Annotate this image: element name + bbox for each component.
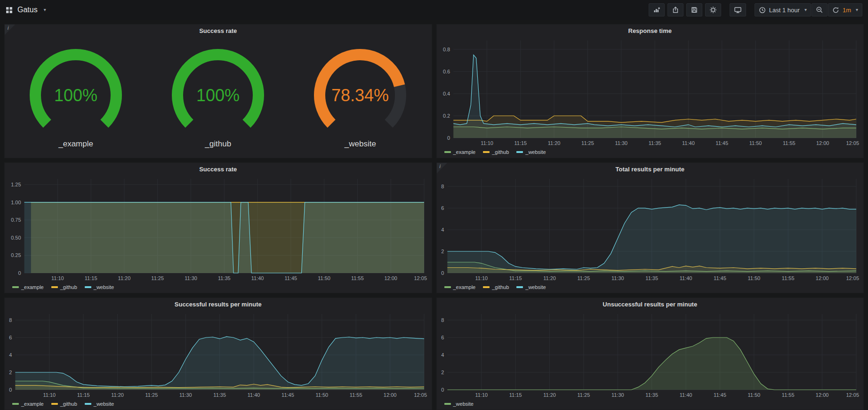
svg-text:11:15: 11:15 xyxy=(77,392,90,398)
panel-title[interactable]: Response time xyxy=(437,24,864,37)
svg-text:11:50: 11:50 xyxy=(747,392,760,398)
svg-text:11:40: 11:40 xyxy=(248,392,260,398)
gauge-arc: 100% xyxy=(152,46,284,138)
dashboard-title-button[interactable]: Gatus ▾ xyxy=(6,6,46,14)
svg-text:11:10: 11:10 xyxy=(43,392,56,398)
svg-text:11:40: 11:40 xyxy=(682,140,695,146)
svg-text:11:30: 11:30 xyxy=(615,140,627,146)
panel-title[interactable]: Successful results per minute xyxy=(5,298,432,310)
svg-text:11:35: 11:35 xyxy=(645,392,658,398)
legend-item-website[interactable]: _website xyxy=(85,401,114,407)
svg-text:0.75: 0.75 xyxy=(11,217,21,223)
svg-text:11:50: 11:50 xyxy=(747,275,760,281)
svg-text:0.8: 0.8 xyxy=(442,47,450,52)
svg-text:11:30: 11:30 xyxy=(611,392,624,398)
legend-item-github[interactable]: _github xyxy=(51,284,77,290)
svg-text:12:05: 12:05 xyxy=(414,275,427,281)
svg-text:12:05: 12:05 xyxy=(846,140,859,146)
svg-text:11:45: 11:45 xyxy=(714,275,726,281)
svg-text:11:55: 11:55 xyxy=(781,392,794,398)
chevron-down-icon: ▾ xyxy=(44,8,46,12)
legend-item-example[interactable]: _example xyxy=(12,284,44,290)
svg-text:11:25: 11:25 xyxy=(577,275,590,281)
legend-label: _example xyxy=(21,401,44,407)
legend-swatch xyxy=(85,403,91,405)
legend-label: _website xyxy=(94,401,114,407)
zoom-out-icon xyxy=(816,6,823,14)
share-button[interactable] xyxy=(667,3,683,16)
share-icon xyxy=(672,6,679,14)
svg-text:11:10: 11:10 xyxy=(51,275,64,281)
panel-title[interactable]: Success rate xyxy=(5,163,432,175)
add-panel-button[interactable] xyxy=(649,3,665,16)
panel-title[interactable]: Success rate xyxy=(5,24,432,37)
legend-item-github[interactable]: _github xyxy=(483,284,509,290)
save-button[interactable] xyxy=(686,3,702,16)
svg-text:11:30: 11:30 xyxy=(185,275,197,281)
panel-info-corner[interactable] xyxy=(437,163,447,173)
legend-item-example[interactable]: _example xyxy=(444,149,476,155)
chart-legend: _website xyxy=(439,399,860,409)
gauge-value: 100% xyxy=(196,86,240,105)
panel-successful-results: Successful results per minute 0246811:10… xyxy=(4,297,432,410)
svg-text:11:25: 11:25 xyxy=(151,275,164,281)
panel-title[interactable]: Unsuccessful results per minute xyxy=(437,298,864,310)
svg-text:11:15: 11:15 xyxy=(509,392,522,398)
legend-label: _example xyxy=(453,284,476,290)
legend-swatch xyxy=(444,286,451,288)
svg-text:0.50: 0.50 xyxy=(11,235,21,241)
svg-text:0: 0 xyxy=(441,270,444,276)
unsuccessful-results-chart[interactable]: 0246811:1011:1511:2011:2511:3011:3511:40… xyxy=(439,310,860,399)
svg-text:11:50: 11:50 xyxy=(749,140,762,146)
navbar-actions: Last 1 hour ▾ 1m ▾ xyxy=(649,3,862,16)
svg-text:11:45: 11:45 xyxy=(285,275,297,281)
svg-text:11:55: 11:55 xyxy=(783,140,796,146)
legend-item-website[interactable]: _website xyxy=(516,284,546,290)
svg-text:11:35: 11:35 xyxy=(218,275,231,281)
legend-item-website[interactable]: _website xyxy=(85,284,114,290)
legend-label: _example xyxy=(21,284,44,290)
svg-text:11:40: 11:40 xyxy=(679,275,692,281)
svg-text:11:15: 11:15 xyxy=(85,275,97,281)
svg-text:0: 0 xyxy=(18,270,21,276)
chart-legend: _example_github_website xyxy=(439,282,860,292)
tv-mode-icon xyxy=(734,6,742,14)
legend-item-github[interactable]: _github xyxy=(483,149,509,155)
time-range-label: Last 1 hour xyxy=(769,7,800,14)
legend-label: _website xyxy=(453,401,474,407)
legend-swatch xyxy=(51,286,58,288)
legend-swatch xyxy=(483,286,490,288)
svg-text:2: 2 xyxy=(9,370,12,375)
svg-text:11:45: 11:45 xyxy=(714,392,726,398)
refresh-picker[interactable]: 1m ▾ xyxy=(828,3,862,16)
successful-results-chart[interactable]: 0246811:1011:1511:2011:2511:3011:3511:40… xyxy=(7,310,428,399)
time-range-picker[interactable]: Last 1 hour ▾ xyxy=(755,3,811,16)
panel-title[interactable]: Total results per minute xyxy=(437,163,864,175)
gauge-label: _website xyxy=(345,139,376,149)
total-results-chart[interactable]: 0246811:1011:1511:2011:2511:3011:3511:40… xyxy=(439,175,860,282)
legend-item-example[interactable]: _example xyxy=(12,401,44,407)
legend-label: _example xyxy=(453,149,476,155)
gauge-arc: 78.34% xyxy=(294,46,426,138)
legend-label: _website xyxy=(525,149,546,155)
svg-text:8: 8 xyxy=(9,317,12,323)
legend-item-website[interactable]: _website xyxy=(516,149,546,155)
svg-text:11:35: 11:35 xyxy=(213,392,226,398)
settings-button[interactable] xyxy=(705,3,721,16)
svg-text:11:55: 11:55 xyxy=(350,392,362,398)
legend-item-example[interactable]: _example xyxy=(444,284,476,290)
panel-total-results: i Total results per minute 0246811:1011:… xyxy=(436,162,864,293)
svg-text:11:25: 11:25 xyxy=(145,392,158,398)
svg-text:11:45: 11:45 xyxy=(281,392,294,398)
legend-item-website[interactable]: _website xyxy=(444,401,474,407)
panel-info-corner[interactable] xyxy=(5,24,15,35)
zoom-out-button[interactable] xyxy=(812,3,828,16)
svg-text:11:10: 11:10 xyxy=(475,392,488,398)
chart-legend: _example_github_website xyxy=(7,399,428,409)
success-rate-chart[interactable]: 00.250.500.751.001.2511:1011:1511:2011:2… xyxy=(7,175,428,282)
svg-text:1.25: 1.25 xyxy=(11,182,21,187)
legend-swatch xyxy=(12,286,19,288)
tv-mode-button[interactable] xyxy=(730,3,746,16)
response-time-chart[interactable]: 00.20.40.60.811:1011:1511:2011:2511:3011… xyxy=(439,37,860,147)
legend-item-github[interactable]: _github xyxy=(51,401,77,407)
